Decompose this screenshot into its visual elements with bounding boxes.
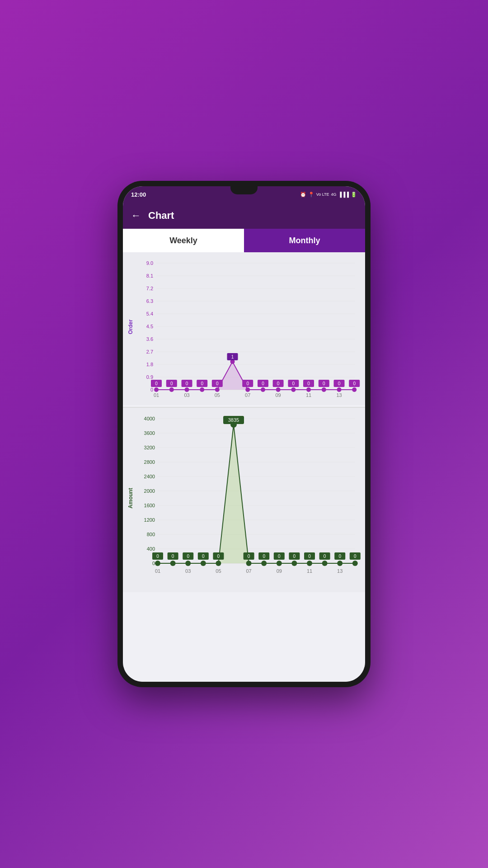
network-icon: 4G <box>331 192 337 197</box>
svg-text:0: 0 <box>262 381 264 386</box>
svg-text:1200: 1200 <box>144 517 155 523</box>
svg-point-103 <box>277 561 282 566</box>
phone-frame: 12:00 ⏰ 📍 Vo LTE 4G ▐▐▐ 🔋 ← Chart Weekly… <box>117 181 371 687</box>
amount-y-axis-container: Amount <box>126 412 136 584</box>
page-title: Chart <box>148 210 174 222</box>
svg-text:13: 13 <box>337 568 343 574</box>
phone-notch <box>230 186 258 194</box>
svg-point-36 <box>352 387 357 392</box>
svg-point-24 <box>169 387 174 392</box>
svg-text:4000: 4000 <box>144 416 155 421</box>
location-icon: 📍 <box>308 192 314 198</box>
svg-point-23 <box>154 387 159 392</box>
amount-y-axis-label: Amount <box>127 488 134 508</box>
svg-point-102 <box>261 561 267 566</box>
svg-text:3200: 3200 <box>144 445 155 450</box>
svg-text:2000: 2000 <box>144 488 155 494</box>
svg-text:0: 0 <box>202 554 205 559</box>
svg-text:0: 0 <box>263 554 265 559</box>
svg-text:800: 800 <box>147 532 155 537</box>
svg-text:0: 0 <box>354 554 357 559</box>
svg-text:11: 11 <box>307 568 312 574</box>
amount-chart-section: Amount 4000 3600 3200 2800 2400 2000 160… <box>123 407 365 592</box>
svg-text:07: 07 <box>246 568 251 574</box>
svg-text:3835: 3835 <box>228 417 239 423</box>
phone-screen: 12:00 ⏰ 📍 Vo LTE 4G ▐▐▐ 🔋 ← Chart Weekly… <box>123 186 365 682</box>
amount-chart-wrapper: Amount 4000 3600 3200 2800 2400 2000 160… <box>126 412 362 584</box>
svg-point-27 <box>215 387 220 392</box>
status-time: 12:00 <box>131 191 146 198</box>
back-button[interactable]: ← <box>131 210 141 222</box>
svg-point-25 <box>185 387 189 392</box>
svg-text:0: 0 <box>152 561 155 566</box>
order-chart-inner: 9.0 8.1 7.2 6.3 5.4 4.5 3.6 2.7 1.8 0.9 … <box>136 257 362 397</box>
svg-text:01: 01 <box>155 568 160 574</box>
svg-text:0: 0 <box>307 381 310 386</box>
svg-text:0: 0 <box>170 381 173 386</box>
svg-point-30 <box>261 387 265 392</box>
svg-text:0: 0 <box>324 554 326 559</box>
svg-text:0: 0 <box>353 381 356 386</box>
svg-point-34 <box>322 387 326 392</box>
svg-text:0: 0 <box>277 381 280 386</box>
svg-point-101 <box>246 561 252 566</box>
charts-container[interactable]: Order 9.0 8.1 7.2 6.3 5.4 4.5 3.6 2.7 <box>123 252 365 682</box>
svg-text:1600: 1600 <box>144 503 155 508</box>
tab-weekly[interactable]: Weekly <box>123 229 244 252</box>
svg-text:1.8: 1.8 <box>146 362 153 367</box>
amount-chart-inner: 4000 3600 3200 2800 2400 2000 1600 1200 … <box>136 412 362 584</box>
svg-text:0: 0 <box>150 387 153 392</box>
svg-text:2800: 2800 <box>144 459 155 465</box>
svg-point-26 <box>200 387 204 392</box>
svg-point-95 <box>155 561 160 566</box>
svg-text:0: 0 <box>308 554 311 559</box>
svg-text:3600: 3600 <box>144 430 155 436</box>
svg-text:0: 0 <box>246 381 249 386</box>
svg-text:400: 400 <box>147 546 155 552</box>
battery-icon: 🔋 <box>351 192 357 198</box>
svg-text:5.4: 5.4 <box>146 311 153 316</box>
svg-point-106 <box>322 561 328 566</box>
svg-point-107 <box>337 561 343 566</box>
svg-text:4.5: 4.5 <box>146 324 153 329</box>
svg-text:0: 0 <box>186 381 188 386</box>
svg-text:0: 0 <box>338 554 341 559</box>
svg-text:0: 0 <box>216 381 219 386</box>
svg-text:2400: 2400 <box>144 474 155 479</box>
svg-text:3.6: 3.6 <box>146 336 153 342</box>
svg-text:0: 0 <box>172 554 174 559</box>
svg-marker-94 <box>158 425 355 563</box>
order-chart-svg: 9.0 8.1 7.2 6.3 5.4 4.5 3.6 2.7 1.8 0.9 … <box>136 257 362 397</box>
order-chart-wrapper: Order 9.0 8.1 7.2 6.3 5.4 4.5 3.6 2.7 <box>126 257 362 397</box>
svg-text:0: 0 <box>278 554 281 559</box>
svg-text:7.2: 7.2 <box>146 286 153 291</box>
svg-point-29 <box>245 387 250 392</box>
alarm-icon: ⏰ <box>300 192 306 198</box>
svg-text:03: 03 <box>185 568 191 574</box>
svg-text:05: 05 <box>215 392 220 398</box>
status-icons: ⏰ 📍 Vo LTE 4G ▐▐▐ 🔋 <box>300 192 357 198</box>
svg-point-33 <box>306 387 311 392</box>
svg-text:0: 0 <box>155 381 158 386</box>
svg-text:01: 01 <box>154 392 159 398</box>
svg-text:8.1: 8.1 <box>146 273 153 278</box>
svg-text:05: 05 <box>216 568 221 574</box>
svg-text:6.3: 6.3 <box>146 298 153 304</box>
order-y-axis-container: Order <box>126 257 136 397</box>
svg-point-99 <box>216 561 221 566</box>
svg-point-104 <box>291 561 297 566</box>
svg-text:0: 0 <box>292 381 295 386</box>
order-y-axis-label: Order <box>127 320 134 335</box>
signal-text: Vo LTE <box>316 192 329 197</box>
svg-text:9.0: 9.0 <box>146 260 153 266</box>
svg-text:0: 0 <box>293 554 296 559</box>
svg-text:0: 0 <box>201 381 203 386</box>
svg-point-35 <box>337 387 342 392</box>
svg-text:0: 0 <box>248 554 250 559</box>
svg-text:0: 0 <box>156 554 159 559</box>
tab-monthly[interactable]: Monthly <box>244 229 365 252</box>
svg-text:0: 0 <box>323 381 325 386</box>
svg-point-96 <box>170 561 176 566</box>
svg-text:09: 09 <box>277 568 282 574</box>
svg-text:0: 0 <box>338 381 341 386</box>
